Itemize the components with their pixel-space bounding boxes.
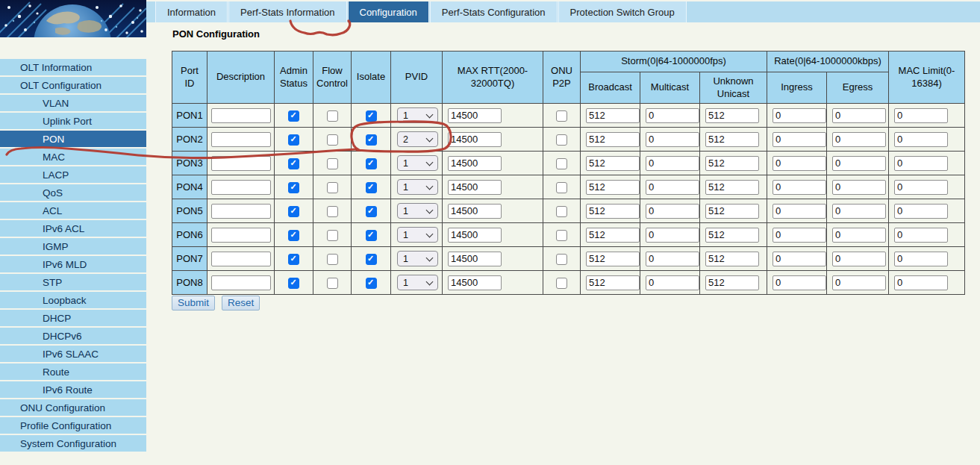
flow-control-checkbox-pon7[interactable] bbox=[327, 254, 338, 265]
unknown-unicast-input-pon6[interactable] bbox=[705, 228, 759, 243]
egress-input-pon6[interactable] bbox=[832, 228, 886, 243]
admin-status-checkbox-pon2[interactable] bbox=[288, 134, 299, 146]
unknown-unicast-input-pon2[interactable] bbox=[705, 132, 759, 147]
broadcast-input-pon4[interactable] bbox=[586, 180, 640, 195]
ingress-input-pon1[interactable] bbox=[773, 108, 826, 123]
ingress-input-pon7[interactable] bbox=[773, 252, 826, 266]
sidebar-item-ipv6-mld[interactable]: IPv6 MLD bbox=[0, 256, 146, 272]
max-rtt-input-pon8[interactable] bbox=[448, 275, 502, 290]
multicast-input-pon8[interactable] bbox=[646, 275, 699, 290]
admin-status-checkbox-pon4[interactable] bbox=[288, 182, 299, 193]
ingress-input-pon3[interactable] bbox=[773, 156, 826, 171]
onu-p2p-checkbox-pon4[interactable] bbox=[556, 182, 567, 193]
sidebar-item-profile-configuration[interactable]: Profile Configuration bbox=[0, 417, 146, 434]
reset-button[interactable]: Reset bbox=[222, 296, 260, 310]
sidebar-item-system-configuration[interactable]: System Configuration bbox=[0, 435, 146, 452]
description-input-pon1[interactable] bbox=[211, 108, 271, 123]
broadcast-input-pon5[interactable] bbox=[586, 204, 640, 219]
tab-configuration[interactable]: Configuration bbox=[348, 1, 429, 22]
multicast-input-pon5[interactable] bbox=[646, 204, 699, 219]
sidebar-item-uplink-port[interactable]: Uplink Port bbox=[0, 113, 146, 129]
admin-status-checkbox-pon8[interactable] bbox=[288, 278, 299, 289]
sidebar-item-pon[interactable]: PON bbox=[0, 131, 146, 147]
unknown-unicast-input-pon8[interactable] bbox=[705, 275, 759, 290]
onu-p2p-checkbox-pon5[interactable] bbox=[556, 206, 567, 217]
onu-p2p-checkbox-pon6[interactable] bbox=[556, 230, 567, 241]
description-input-pon5[interactable] bbox=[211, 204, 271, 219]
sidebar-item-loopback[interactable]: Loopback bbox=[0, 292, 146, 308]
flow-control-checkbox-pon8[interactable] bbox=[327, 278, 338, 289]
pvid-select-pon6[interactable]: 1 bbox=[397, 227, 438, 243]
sidebar-item-ipv6-slaac[interactable]: IPv6 SLAAC bbox=[0, 346, 146, 362]
tab-protection-switch-group[interactable]: Protection Switch Group bbox=[558, 1, 687, 22]
pvid-select-pon1[interactable]: 1 bbox=[397, 107, 438, 123]
mac-limit-input-pon4[interactable] bbox=[894, 180, 948, 195]
flow-control-checkbox-pon4[interactable] bbox=[327, 182, 338, 193]
tab-perf-stats-configuration[interactable]: Perf-Stats Configuration bbox=[430, 1, 558, 22]
pvid-select-pon5[interactable]: 1 bbox=[397, 203, 438, 219]
ingress-input-pon8[interactable] bbox=[773, 275, 826, 290]
flow-control-checkbox-pon5[interactable] bbox=[327, 206, 338, 217]
multicast-input-pon6[interactable] bbox=[646, 228, 699, 243]
unknown-unicast-input-pon5[interactable] bbox=[705, 204, 759, 219]
sidebar-item-igmp[interactable]: IGMP bbox=[0, 238, 146, 255]
submit-button[interactable]: Submit bbox=[172, 296, 215, 310]
isolate-checkbox-pon5[interactable] bbox=[366, 206, 377, 217]
sidebar-item-onu-configuration[interactable]: ONU Configuration bbox=[0, 399, 146, 416]
broadcast-input-pon2[interactable] bbox=[586, 132, 640, 147]
pvid-select-pon7[interactable]: 1 bbox=[397, 251, 438, 266]
sidebar-item-dhcpv6[interactable]: DHCPv6 bbox=[0, 328, 146, 344]
max-rtt-input-pon6[interactable] bbox=[448, 228, 502, 243]
multicast-input-pon2[interactable] bbox=[646, 132, 699, 147]
admin-status-checkbox-pon7[interactable] bbox=[288, 254, 299, 265]
sidebar-item-olt-information[interactable]: OLT Information bbox=[0, 59, 146, 75]
pvid-select-pon2[interactable]: 2 bbox=[397, 131, 438, 147]
mac-limit-input-pon3[interactable] bbox=[894, 156, 948, 171]
pvid-select-pon4[interactable]: 1 bbox=[397, 179, 438, 195]
multicast-input-pon7[interactable] bbox=[646, 252, 699, 266]
sidebar-item-lacp[interactable]: LACP bbox=[0, 166, 146, 183]
sidebar-item-acl[interactable]: ACL bbox=[0, 202, 146, 219]
tab-information[interactable]: Information bbox=[155, 1, 228, 22]
onu-p2p-checkbox-pon3[interactable] bbox=[556, 158, 567, 169]
isolate-checkbox-pon1[interactable] bbox=[366, 110, 377, 122]
broadcast-input-pon3[interactable] bbox=[586, 156, 640, 171]
egress-input-pon8[interactable] bbox=[832, 275, 886, 290]
isolate-checkbox-pon8[interactable] bbox=[366, 278, 377, 289]
flow-control-checkbox-pon6[interactable] bbox=[327, 230, 338, 241]
description-input-pon2[interactable] bbox=[211, 132, 271, 147]
admin-status-checkbox-pon1[interactable] bbox=[288, 110, 299, 122]
description-input-pon4[interactable] bbox=[211, 180, 271, 195]
sidebar-item-dhcp[interactable]: DHCP bbox=[0, 310, 146, 326]
egress-input-pon3[interactable] bbox=[832, 156, 886, 171]
isolate-checkbox-pon7[interactable] bbox=[366, 254, 377, 265]
admin-status-checkbox-pon3[interactable] bbox=[288, 158, 299, 169]
sidebar-item-ipv6-route[interactable]: IPv6 Route bbox=[0, 381, 146, 398]
broadcast-input-pon8[interactable] bbox=[586, 275, 640, 290]
description-input-pon3[interactable] bbox=[211, 156, 271, 171]
egress-input-pon7[interactable] bbox=[832, 252, 886, 266]
sidebar-item-route[interactable]: Route bbox=[0, 363, 146, 380]
onu-p2p-checkbox-pon8[interactable] bbox=[556, 278, 567, 289]
max-rtt-input-pon4[interactable] bbox=[448, 180, 502, 195]
sidebar-item-ipv6-acl[interactable]: IPv6 ACL bbox=[0, 220, 146, 237]
description-input-pon6[interactable] bbox=[211, 228, 271, 243]
flow-control-checkbox-pon1[interactable] bbox=[327, 110, 338, 122]
multicast-input-pon4[interactable] bbox=[646, 180, 699, 195]
egress-input-pon1[interactable] bbox=[832, 108, 886, 123]
unknown-unicast-input-pon4[interactable] bbox=[705, 180, 759, 195]
mac-limit-input-pon5[interactable] bbox=[894, 204, 948, 219]
sidebar-item-qos[interactable]: QoS bbox=[0, 184, 146, 201]
isolate-checkbox-pon4[interactable] bbox=[366, 182, 377, 193]
unknown-unicast-input-pon1[interactable] bbox=[705, 108, 759, 123]
unknown-unicast-input-pon3[interactable] bbox=[705, 156, 759, 171]
ingress-input-pon2[interactable] bbox=[773, 132, 826, 147]
max-rtt-input-pon1[interactable] bbox=[448, 108, 502, 123]
isolate-checkbox-pon3[interactable] bbox=[366, 158, 377, 169]
multicast-input-pon3[interactable] bbox=[646, 156, 699, 171]
broadcast-input-pon7[interactable] bbox=[586, 252, 640, 266]
isolate-checkbox-pon6[interactable] bbox=[366, 230, 377, 241]
flow-control-checkbox-pon2[interactable] bbox=[327, 134, 338, 146]
flow-control-checkbox-pon3[interactable] bbox=[327, 158, 338, 169]
onu-p2p-checkbox-pon2[interactable] bbox=[556, 134, 567, 146]
